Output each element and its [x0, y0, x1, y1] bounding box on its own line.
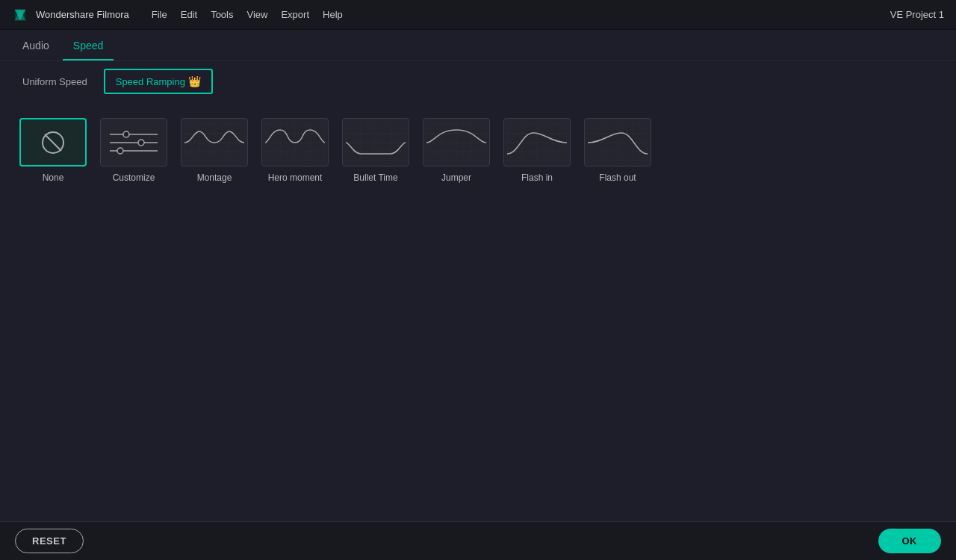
menu-item-tools[interactable]: Tools — [211, 9, 233, 20]
svg-point-8 — [138, 140, 144, 146]
menu-item-edit[interactable]: Edit — [181, 9, 197, 20]
menu-item-help[interactable]: Help — [323, 9, 343, 20]
presets-grid: NoneCustomizeMontageHero momentBullet Ti… — [15, 113, 941, 187]
ok-button[interactable]: OK — [878, 529, 942, 553]
preset-card-montage[interactable]: Montage — [176, 113, 252, 187]
titlebar-menu: FileEditToolsViewExportHelp — [152, 9, 343, 20]
preset-label-none: None — [43, 172, 64, 183]
titlebar-left: Wondershare Filmora FileEditToolsViewExp… — [12, 7, 343, 23]
svg-point-6 — [123, 131, 129, 137]
preset-card-flashin[interactable]: Flash in — [499, 113, 575, 187]
app-name: Wondershare Filmora — [36, 9, 129, 20]
titlebar: Wondershare Filmora FileEditToolsViewExp… — [0, 0, 956, 30]
menu-item-export[interactable]: Export — [281, 9, 309, 20]
subtab-uniform[interactable]: Uniform Speed — [12, 71, 98, 93]
preset-thumb-bullet — [342, 118, 409, 167]
preset-label-flashout: Flash out — [599, 172, 636, 183]
tab-speed[interactable]: Speed — [63, 32, 114, 60]
preset-label-jumper: Jumper — [441, 172, 471, 183]
preset-thumb-flashin — [503, 118, 571, 167]
project-name: VE Project 1 — [890, 9, 944, 20]
preset-label-montage: Montage — [197, 172, 232, 183]
preset-thumb-hero — [261, 118, 329, 167]
subtab-bar: Uniform SpeedSpeed Ramping👑 — [0, 61, 956, 102]
preset-thumb-jumper — [423, 118, 490, 167]
svg-point-10 — [117, 148, 123, 154]
preset-label-customize: Customize — [113, 172, 155, 183]
reset-button[interactable]: RESET — [15, 529, 84, 553]
preset-label-hero: Hero moment — [268, 172, 323, 183]
app-logo-icon — [12, 7, 28, 23]
preset-card-hero[interactable]: Hero moment — [257, 113, 333, 187]
tab-audio[interactable]: Audio — [12, 32, 60, 60]
crown-icon: 👑 — [188, 75, 201, 87]
subtab-ramping[interactable]: Speed Ramping👑 — [104, 69, 213, 94]
preset-label-flashin: Flash in — [521, 172, 553, 183]
tab-bar: AudioSpeed — [0, 30, 956, 61]
menu-item-view[interactable]: View — [246, 9, 267, 20]
svg-line-4 — [45, 134, 61, 151]
content-area: NoneCustomizeMontageHero momentBullet Ti… — [0, 102, 956, 199]
preset-thumb-customize — [100, 118, 167, 167]
preset-card-customize[interactable]: Customize — [96, 113, 172, 187]
menu-item-file[interactable]: File — [152, 9, 167, 20]
preset-thumb-none — [19, 118, 87, 167]
preset-label-bullet: Bullet Time — [353, 172, 397, 183]
preset-card-flashout[interactable]: Flash out — [580, 113, 656, 187]
preset-thumb-montage — [181, 118, 248, 167]
preset-card-jumper[interactable]: Jumper — [418, 113, 494, 187]
preset-thumb-flashout — [584, 118, 651, 167]
bottom-bar: RESET OK — [0, 521, 956, 560]
preset-card-none[interactable]: None — [15, 113, 91, 187]
preset-card-bullet[interactable]: Bullet Time — [338, 113, 414, 187]
